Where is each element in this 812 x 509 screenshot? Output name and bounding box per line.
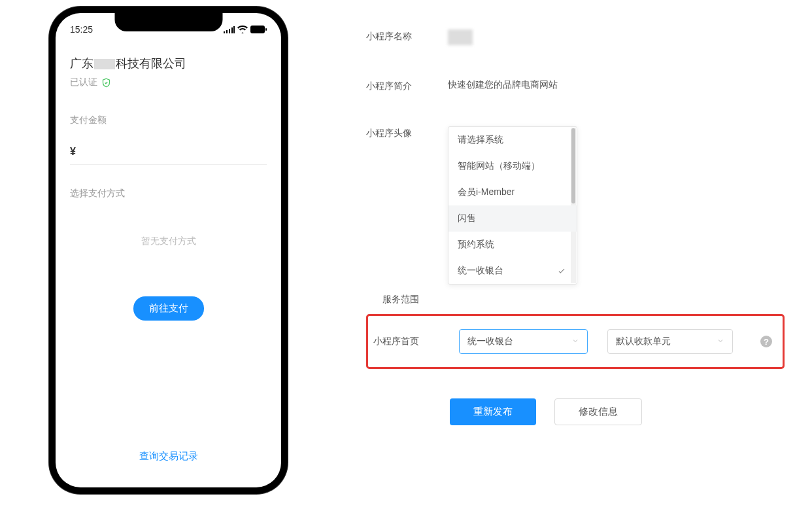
unit-select[interactable]: 默认收款单元 [607, 329, 733, 354]
amount-input-row[interactable]: ¥ [70, 146, 267, 165]
company-name: 广东科技有限公司 [70, 56, 267, 71]
system-dropdown-panel[interactable]: 请选择系统智能网站（移动端）会员i-Member闪售预约系统统一收银台 [448, 126, 577, 285]
homepage-highlight-row: 小程序首页 统一收银台 默认收款单元 ? [366, 314, 785, 369]
system-select[interactable]: 统一收银台 [459, 329, 588, 354]
unit-select-value: 默认收款单元 [616, 336, 671, 347]
query-transactions-link[interactable]: 查询交易记录 [56, 450, 281, 463]
battery-icon [250, 26, 267, 33]
company-suffix: 科技有限公司 [116, 57, 186, 70]
masked-text [94, 59, 115, 69]
homepage-label: 小程序首页 [373, 336, 459, 347]
company-prefix: 广东 [70, 57, 93, 70]
signal-icon [224, 26, 235, 33]
dropdown-item[interactable]: 预约系统 [448, 232, 577, 258]
dropdown-item[interactable]: 统一收银台 [448, 258, 577, 284]
chevron-down-icon [571, 336, 579, 347]
wifi-icon [237, 26, 248, 33]
app-intro-label: 小程序简介 [366, 79, 448, 92]
no-method-text: 暂无支付方式 [70, 236, 267, 247]
app-name-value-masked [448, 29, 473, 45]
dropdown-item[interactable]: 请选择系统 [448, 127, 577, 153]
help-icon[interactable]: ? [760, 336, 772, 347]
republish-button[interactable]: 重新发布 [450, 398, 536, 425]
verified-badge: 已认证 [70, 77, 267, 88]
chevron-down-icon [717, 336, 724, 347]
system-select-value: 统一收银台 [467, 336, 513, 347]
config-form: 小程序名称 小程序简介 快速创建您的品牌电商网站 小程序头像 请选择系统智能网站… [366, 0, 785, 509]
phone-mockup: 15:25 广东科技有限公司 已 [49, 7, 288, 494]
pay-button[interactable]: 前往支付 [133, 296, 204, 321]
select-method-label: 选择支付方式 [70, 188, 267, 200]
modify-info-button[interactable]: 修改信息 [554, 398, 642, 425]
shield-icon [101, 78, 111, 88]
dropdown-item[interactable]: 会员i-Member [448, 179, 577, 205]
app-intro-value: 快速创建您的品牌电商网站 [448, 79, 558, 91]
svg-rect-1 [265, 28, 267, 31]
currency-symbol: ¥ [70, 146, 76, 157]
service-scope-label: 服务范围 [382, 292, 464, 306]
dropdown-item[interactable]: 闪售 [448, 205, 577, 232]
status-time: 15:25 [70, 24, 93, 35]
app-avatar-label: 小程序头像 [366, 126, 448, 139]
phone-screen: 15:25 广东科技有限公司 已 [56, 13, 281, 487]
verified-label: 已认证 [70, 77, 97, 88]
phone-notch [114, 13, 222, 31]
pay-amount-label: 支付金额 [70, 114, 267, 126]
dropdown-item[interactable]: 智能网站（移动端） [448, 153, 577, 179]
app-name-label: 小程序名称 [366, 29, 448, 43]
svg-rect-0 [250, 26, 265, 33]
